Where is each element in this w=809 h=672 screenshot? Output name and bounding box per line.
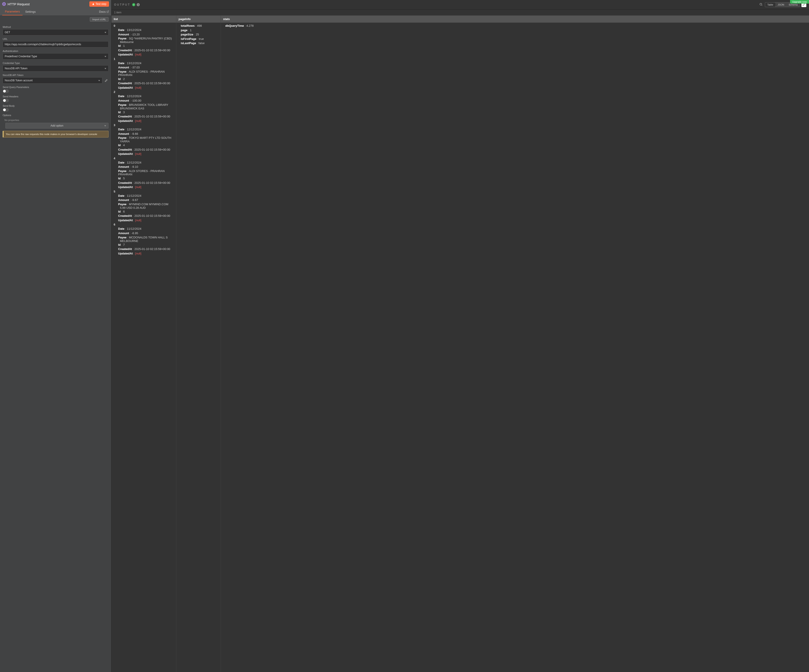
flask-icon [92, 3, 94, 5]
list-item: Date : 12/12/2024Amount : -9.10Payee : A… [111, 161, 176, 189]
import-curl-button[interactable]: Import cURL [90, 17, 109, 22]
credtype-select[interactable]: NocoDB API Token [3, 65, 109, 72]
external-link-icon [107, 10, 109, 13]
output-title: OUTPUT [114, 3, 130, 6]
edit-credential-icon[interactable] [104, 77, 109, 83]
body-toggle[interactable] [3, 108, 9, 112]
info-message: You can view the raw requests this node … [3, 131, 109, 137]
auth-select[interactable]: Predefined Credential Type [3, 53, 109, 59]
credtype-label: Credential Type [3, 62, 109, 64]
list-index: 3 [111, 123, 176, 127]
tab-parameters[interactable]: Parameters [2, 8, 22, 15]
tab-settings[interactable]: Settings [22, 8, 39, 15]
list-index: 5 [111, 189, 176, 194]
method-select[interactable]: GET [3, 29, 109, 35]
search-icon[interactable] [759, 2, 764, 8]
upgrade-banner[interactable]: Upgrade now [790, 0, 809, 3]
url-input[interactable] [3, 41, 109, 47]
pageinfo-row: isFirstPage : true [178, 37, 218, 41]
body-label: Send Body [3, 104, 109, 107]
stats-column: dbQueryTime : 4.278 [221, 23, 809, 672]
no-properties-text: No properties [3, 117, 109, 123]
svg-point-0 [760, 3, 762, 5]
query-params-toggle[interactable] [3, 89, 9, 93]
list-item: Date : 12/12/2024Amount : -9.66Payee : T… [111, 127, 176, 156]
pageinfo-row: totalRows : 498 [178, 23, 218, 28]
panel-title: HTTP Request [8, 2, 89, 6]
http-globe-icon [2, 2, 6, 6]
options-label: Options [3, 114, 109, 117]
col-header-pageinfo: pageInfo [176, 16, 221, 22]
col-header-stats: stats [221, 16, 809, 22]
pageinfo-row: page : 1 [178, 28, 218, 32]
view-json-button[interactable]: JSON [775, 2, 786, 7]
add-option-button[interactable]: Add option [5, 123, 109, 129]
token-select[interactable]: NocoDB Token account [3, 77, 102, 84]
headers-toggle[interactable] [3, 99, 9, 102]
pageinfo-row: isLastPage : false [178, 41, 218, 45]
success-check-icon [132, 3, 135, 6]
test-step-button[interactable]: Test step [89, 1, 109, 7]
query-params-label: Send Query Parameters [3, 86, 109, 89]
headers-label: Send Headers [3, 95, 109, 98]
info-icon[interactable]: i [137, 3, 140, 6]
view-table-button[interactable]: Table [765, 2, 775, 7]
pageinfo-column: totalRows : 498page : 1pageSize : 25isFi… [176, 23, 221, 672]
list-index: 6 [111, 222, 176, 226]
list-index: 0 [111, 23, 176, 28]
list-index: 2 [111, 90, 176, 94]
list-item: Date : 13/12/2024Amount : -13.20Payee : … [111, 28, 176, 57]
col-header-list: list [111, 16, 176, 22]
list-column: 0Date : 13/12/2024Amount : -13.20Payee :… [111, 23, 176, 672]
token-label: NocoDB API Token [3, 74, 109, 76]
list-item: Date : 12/12/2024Amount : -100.00Payee :… [111, 94, 176, 123]
url-label: URL [3, 38, 109, 40]
auth-label: Authentication [3, 50, 109, 52]
docs-link[interactable]: Docs [99, 10, 109, 13]
list-index: 4 [111, 156, 176, 161]
list-item: Date : 13/12/2024Amount : -37.03Payee : … [111, 61, 176, 90]
list-index: 1 [111, 57, 176, 61]
item-count: 1 item [111, 10, 809, 15]
pageinfo-row: pageSize : 25 [178, 32, 218, 37]
list-item: Date : 11/12/2024Amount : -6.95Payee : M… [111, 226, 176, 256]
list-item: Date : 11/12/2024Amount : -9.67Payee : M… [111, 194, 176, 223]
method-label: Method [3, 26, 109, 28]
stats-row: dbQueryTime : 4.278 [223, 23, 807, 28]
